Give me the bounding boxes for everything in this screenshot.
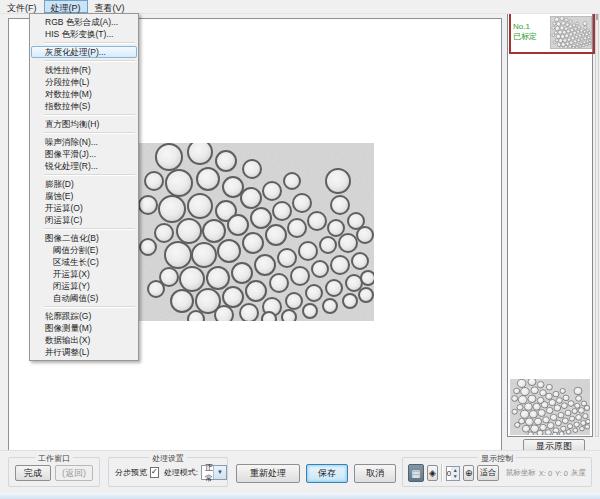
menu-bar: 文件(F)处理(P)查看(V) <box>0 0 600 14</box>
select-tool-button[interactable]: ▦ <box>408 464 424 482</box>
pan-tool-button[interactable]: ◈ <box>427 465 438 481</box>
save-button[interactable]: 保存 <box>306 464 348 483</box>
sidebar-scrollbar[interactable] <box>595 8 599 437</box>
menu-process[interactable]: 处理(P) <box>44 0 88 13</box>
work-window-group: 工作窗口 完成 (返回) <box>8 457 100 487</box>
menu-item[interactable]: 腐蚀(E) <box>31 190 137 202</box>
menu-item[interactable]: RGB 色彩合成(A)... <box>31 16 137 28</box>
menu-item[interactable]: 灰度化处理(P)... <box>31 46 137 58</box>
arrow-down-icon[interactable]: ▼ <box>451 473 459 479</box>
image-list-item-selected[interactable]: No.1 已标定 <box>509 10 595 54</box>
menu-item[interactable]: 并行调整(L) <box>31 346 137 358</box>
stepper-arrows[interactable]: ▲ ▼ <box>451 467 459 480</box>
step-preview-checkbox[interactable]: ✓ <box>150 467 159 478</box>
menu-item[interactable]: 直方图均衡(H) <box>31 118 137 130</box>
menu-separator <box>44 228 135 230</box>
menu-file[interactable]: 文件(F) <box>0 0 44 13</box>
menu-item[interactable]: 对数拉伸(M) <box>31 88 137 100</box>
menu-separator <box>44 42 135 44</box>
image-list-panel: No.1 已标定 <box>507 8 593 437</box>
menu-item[interactable]: 闭运算(C) <box>31 214 137 226</box>
coord-y-value: Y: 0 <box>555 469 568 478</box>
zoom-level-stepper[interactable]: 0 ▲ ▼ <box>446 466 460 481</box>
fit-window-button[interactable]: 适合 <box>477 465 498 481</box>
process-mode-select[interactable]: 正常 ▼ <box>201 465 227 480</box>
menu-item[interactable]: 锐化处理(R)... <box>31 160 137 172</box>
image-item-number: No.1 <box>513 22 550 32</box>
menu-item[interactable]: 图像二值化(B) <box>31 232 137 244</box>
mouse-coord-label: 鼠标坐标 <box>506 468 536 478</box>
gray-value-label: 灰度 <box>571 468 586 478</box>
menu-item[interactable]: 膨胀(D) <box>31 178 137 190</box>
display-control-group-title: 显示控制 <box>478 453 516 464</box>
step-preview-label: 分步预览 <box>115 467 147 478</box>
menu-separator <box>44 174 135 176</box>
menu-item[interactable]: 线性拉伸(R) <box>31 64 137 76</box>
menu-item[interactable]: 数据输出(X) <box>31 334 137 346</box>
menu-item[interactable]: 分段拉伸(L) <box>31 76 137 88</box>
menu-item[interactable]: 闭运算(Y) <box>31 280 137 292</box>
process-mode-value: 正常 <box>202 462 213 484</box>
process-mode-label: 处理模式: <box>164 467 198 478</box>
preview-thumbnail <box>510 379 590 435</box>
menu-separator <box>44 114 135 116</box>
menu-item[interactable]: 图像测量(M) <box>31 322 137 334</box>
menu-view[interactable]: 查看(V) <box>88 0 132 13</box>
bottom-toolbar: 工作窗口 完成 (返回) 处理设置 分步预览 ✓ 处理模式: 正常 ▼ 重新处理… <box>0 450 600 493</box>
image-item-state: 已标定 <box>513 32 550 42</box>
image-item-thumbnail <box>550 16 592 49</box>
reprocess-button[interactable]: 重新处理 <box>236 464 300 483</box>
menu-item[interactable]: 阈值分割(E) <box>31 244 137 256</box>
zoom-in-button[interactable]: ⊕ <box>463 465 474 481</box>
menu-item[interactable]: 图像平滑(J)... <box>31 148 137 160</box>
toolbar-divider <box>441 464 443 482</box>
work-window-group-title: 工作窗口 <box>35 453 73 464</box>
image-item-status: No.1 已标定 <box>512 22 550 42</box>
menu-separator <box>44 132 135 134</box>
coord-x-value: X: 0 <box>539 469 552 478</box>
back-button[interactable]: (返回) <box>55 465 93 481</box>
process-settings-group-title: 处理设置 <box>149 453 187 464</box>
menu-item[interactable]: 噪声消除(N)... <box>31 136 137 148</box>
menu-separator <box>44 60 135 62</box>
menu-item[interactable]: 自动阈值(S) <box>31 292 137 304</box>
process-settings-group: 处理设置 分步预览 ✓ 处理模式: 正常 ▼ <box>108 457 228 487</box>
menu-item[interactable]: HIS 色彩变换(T)... <box>31 28 137 40</box>
micrograph-image <box>134 143 374 321</box>
chevron-down-icon: ▼ <box>213 466 226 479</box>
menu-item[interactable]: 指数拉伸(S) <box>31 100 137 112</box>
menu-item[interactable]: 开运算(O) <box>31 202 137 214</box>
cancel-button[interactable]: 取消 <box>354 464 396 483</box>
menu-item[interactable]: 区域生长(C) <box>31 256 137 268</box>
process-menu: RGB 色彩合成(A)...HIS 色彩变换(T)...灰度化处理(P)...线… <box>29 13 139 361</box>
menu-item[interactable]: 轮廓跟踪(G) <box>31 310 137 322</box>
menu-separator <box>44 306 135 308</box>
window-bottom-edge <box>0 492 600 499</box>
display-control-group: 显示控制 ▦ ◈ 0 ▲ ▼ ⊕ 适合 鼠标坐标 X: 0 Y: 0 灰度 <box>402 457 592 487</box>
menu-item[interactable]: 开运算(X) <box>31 268 137 280</box>
done-button[interactable]: 完成 <box>15 465 51 481</box>
